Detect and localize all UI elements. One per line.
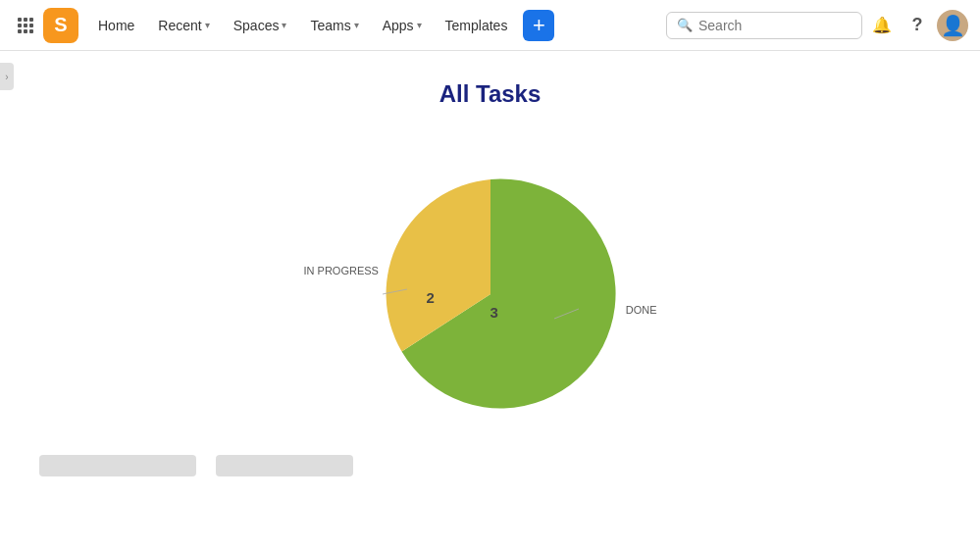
- nav-spaces[interactable]: Spaces ▾: [224, 12, 297, 39]
- teams-chevron-icon: ▾: [354, 20, 359, 30]
- notifications-button[interactable]: 🔔: [866, 10, 898, 41]
- help-button[interactable]: ?: [902, 10, 933, 41]
- search-input[interactable]: [698, 18, 851, 33]
- svg-rect-2: [29, 18, 33, 22]
- bottom-bar: [0, 451, 980, 480]
- svg-rect-0: [18, 18, 22, 22]
- done-label: DONE: [626, 304, 657, 316]
- nav-teams[interactable]: Teams ▾: [300, 12, 368, 39]
- svg-rect-6: [18, 29, 22, 33]
- search-icon: 🔍: [677, 18, 693, 32]
- user-avatar[interactable]: 👤: [937, 10, 968, 41]
- nav-templates[interactable]: Templates: [436, 12, 518, 39]
- navbar: S Home Recent ▾ Spaces ▾ Teams ▾ Apps ▾ …: [0, 0, 980, 51]
- page-title: All Tasks: [439, 80, 542, 108]
- search-bar[interactable]: 🔍: [666, 12, 862, 39]
- bottom-box-1[interactable]: [39, 455, 196, 476]
- nav-home[interactable]: Home: [88, 12, 144, 39]
- apps-chevron-icon: ▾: [417, 20, 422, 30]
- pie-chart-container: IN PROGRESS DONE 2 3: [265, 137, 716, 451]
- avatar-image: 👤: [941, 14, 965, 37]
- in-progress-label: IN PROGRESS: [304, 265, 379, 276]
- nav-recent[interactable]: Recent ▾: [148, 12, 219, 39]
- svg-rect-3: [18, 24, 22, 27]
- bell-icon: 🔔: [872, 16, 892, 34]
- bottom-box-2[interactable]: [216, 455, 353, 476]
- done-value: 3: [490, 304, 498, 321]
- add-button[interactable]: +: [523, 10, 554, 41]
- app-logo[interactable]: S: [43, 8, 78, 43]
- help-icon: ?: [912, 15, 923, 35]
- nav-apps[interactable]: Apps ▾: [373, 12, 432, 39]
- svg-rect-7: [24, 29, 27, 33]
- main-content: All Tasks IN PROGRESS DONE 2 3: [0, 51, 980, 480]
- svg-rect-4: [24, 24, 27, 27]
- svg-rect-1: [24, 18, 27, 22]
- svg-rect-5: [29, 24, 33, 27]
- in-progress-value: 2: [427, 289, 435, 306]
- pie-chart: [363, 167, 618, 422]
- spaces-chevron-icon: ▾: [282, 20, 286, 30]
- svg-rect-8: [29, 29, 33, 33]
- grid-icon[interactable]: [12, 12, 39, 39]
- recent-chevron-icon: ▾: [205, 20, 210, 30]
